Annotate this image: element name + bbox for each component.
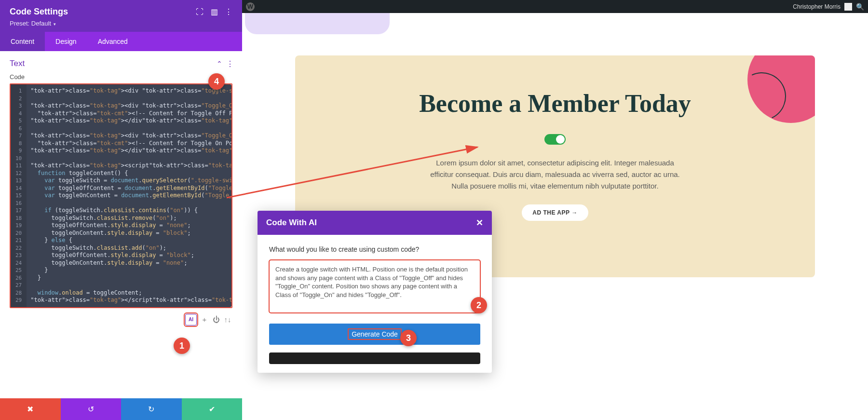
columns-icon[interactable]: ▥ xyxy=(210,8,218,16)
tab-content[interactable]: Content xyxy=(0,32,45,51)
code-body[interactable]: "tok-attr">class="tok-tag"><div "tok-att… xyxy=(27,84,231,307)
undo-button[interactable]: ↺ xyxy=(61,398,122,420)
sort-icon[interactable]: ↑↓ xyxy=(224,315,231,324)
annotation-badge-2: 2 xyxy=(471,297,487,313)
collapse-icon[interactable]: ⌃ xyxy=(217,60,222,68)
annotation-highlight-4: 1234567891011121314151617181920212223242… xyxy=(10,83,232,308)
panel-title: Code Settings xyxy=(10,7,68,17)
preset-selector[interactable]: Preset: Default ▾ xyxy=(10,20,232,27)
hero-title: Become a Member Today xyxy=(324,89,786,118)
power-icon[interactable]: ⏻ xyxy=(212,315,220,324)
preset-value: Default xyxy=(31,20,51,27)
line-gutter: 1234567891011121314151617181920212223242… xyxy=(11,84,27,307)
section-more-icon[interactable]: ⋮ xyxy=(226,59,232,68)
confirm-button[interactable]: ✔ xyxy=(182,398,243,420)
ai-button[interactable]: AI xyxy=(185,314,197,325)
close-icon[interactable]: ✕ xyxy=(476,217,483,228)
ai-question: What would you like to create using cust… xyxy=(269,245,480,253)
preset-prefix: Preset: xyxy=(10,20,31,27)
annotation-badge-3: 3 xyxy=(400,330,417,346)
bottom-action-bar: ✖ ↺ ↻ ✔ xyxy=(0,398,242,420)
generate-code-button[interactable]: Generate Code xyxy=(269,324,480,345)
header-decoration xyxy=(242,13,868,27)
field-label: Code xyxy=(10,73,232,81)
annotation-badge-4: 4 xyxy=(208,73,225,90)
ai-modal-title: Code With AI xyxy=(266,218,317,228)
ai-modal: Code With AI ✕ What would you like to cr… xyxy=(258,211,492,373)
add-icon[interactable]: + xyxy=(201,315,208,324)
tab-bar: Content Design Advanced xyxy=(0,32,242,51)
chevron-down-icon: ▾ xyxy=(52,22,56,27)
toggle-knob xyxy=(556,135,565,144)
annotation-badge-1: 1 xyxy=(174,338,190,354)
content-area: Text ⌃ ⋮ Code 12345678910111213141516171… xyxy=(0,51,242,398)
expand-icon[interactable]: ⛶ xyxy=(196,8,203,16)
section-title: Text xyxy=(10,59,25,68)
ai-prompt-input[interactable] xyxy=(269,260,480,313)
cancel-button[interactable]: ✖ xyxy=(0,398,61,420)
settings-panel: Code Settings ⛶ ▥ ⋮ Preset: Default ▾ Co… xyxy=(0,0,242,420)
cta-button[interactable]: AD THE APP → xyxy=(522,204,588,221)
tab-design[interactable]: Design xyxy=(45,32,87,51)
redo-button[interactable]: ↻ xyxy=(121,398,182,420)
hero-paragraph: Lorem ipsum dolor sit amet, consectetur … xyxy=(430,157,680,192)
panel-header: Code Settings ⛶ ▥ ⋮ Preset: Default ▾ xyxy=(0,0,242,32)
editor-footer: AI + ⏻ ↑↓ xyxy=(10,308,232,327)
code-editor[interactable]: 1234567891011121314151617181920212223242… xyxy=(11,84,231,307)
user-name[interactable]: Christopher Morris xyxy=(793,3,841,10)
code-preview-strip xyxy=(269,352,480,364)
generate-code-label: Generate Code xyxy=(348,328,402,340)
wordpress-logo-icon[interactable]: W xyxy=(246,2,255,11)
toggle-switch[interactable] xyxy=(544,134,566,145)
search-icon[interactable]: 🔍 xyxy=(856,3,864,11)
tab-advanced[interactable]: Advanced xyxy=(87,32,138,51)
avatar[interactable] xyxy=(844,3,852,11)
more-icon[interactable]: ⋮ xyxy=(225,8,232,16)
wp-admin-bar: W Christopher Morris 🔍 xyxy=(242,0,868,13)
